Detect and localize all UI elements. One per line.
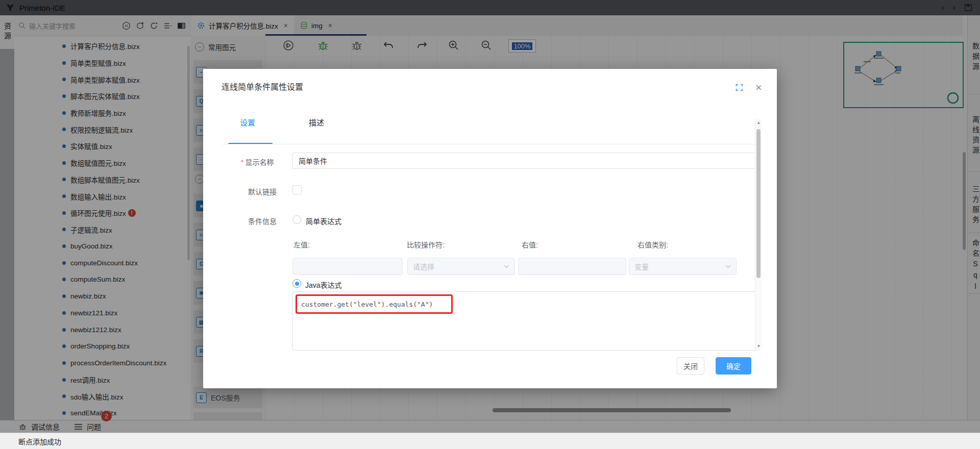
chevron-down-icon bbox=[725, 265, 731, 268]
scrollbar-thumb[interactable] bbox=[756, 129, 761, 278]
tab-settings[interactable]: 设置 bbox=[240, 117, 255, 128]
java-expression-editor[interactable]: customer.get("level").equals("A") bbox=[292, 291, 757, 351]
tab-description[interactable]: 描述 bbox=[309, 117, 324, 128]
right-type-header: 右值类别: bbox=[638, 239, 668, 250]
default-link-checkbox[interactable] bbox=[292, 185, 302, 194]
default-link-label: 默认链接 bbox=[248, 186, 277, 196]
java-expression-code: customer.get("level").equals("A") bbox=[301, 301, 433, 308]
link-condition-dialog: 连线简单条件属性设置 × 设置 描述 *显示名称 默认链接 条件信息 简单表达式… bbox=[203, 69, 777, 388]
operator-placeholder: 请选择 bbox=[413, 261, 434, 271]
scroll-up-icon[interactable]: ▲ bbox=[755, 120, 762, 125]
operator-header: 比较操作符: bbox=[407, 239, 445, 250]
expression-highlight-box: customer.get("level").equals("A") bbox=[296, 294, 453, 314]
display-name-label: *显示名称 bbox=[241, 157, 274, 167]
right-value-header: 右值: bbox=[522, 239, 538, 250]
right-value-field[interactable] bbox=[518, 258, 626, 275]
simple-expression-label: 简单表达式 bbox=[306, 216, 341, 226]
display-name-field[interactable] bbox=[292, 153, 757, 169]
left-value-header: 左值: bbox=[293, 239, 310, 250]
close-icon[interactable]: × bbox=[755, 81, 762, 94]
java-expression-radio[interactable] bbox=[292, 279, 301, 288]
status-message: 断点添加成功 bbox=[18, 436, 61, 446]
right-type-value: 变量 bbox=[634, 261, 649, 271]
simple-expression-radio[interactable] bbox=[292, 215, 301, 224]
dialog-scrollbar[interactable]: ▲ ▼ bbox=[755, 119, 762, 350]
operator-select[interactable]: 请选择 bbox=[407, 258, 515, 275]
close-button[interactable]: 关闭 bbox=[677, 357, 704, 375]
left-value-field[interactable] bbox=[292, 258, 403, 275]
scroll-down-icon[interactable]: ▼ bbox=[755, 344, 762, 348]
chevron-down-icon bbox=[504, 265, 509, 268]
dialog-title: 连线简单条件属性设置 bbox=[222, 80, 303, 92]
condition-info-label: 条件信息 bbox=[248, 216, 277, 226]
fullscreen-icon[interactable] bbox=[735, 83, 744, 92]
required-mark: * bbox=[241, 158, 243, 166]
confirm-button[interactable]: 确定 bbox=[716, 357, 751, 375]
right-type-select[interactable]: 变量 bbox=[629, 258, 737, 275]
app-window: Primeton-IDE ‹ › 资源 输入关键字搜索 AI bbox=[0, 0, 980, 449]
divider bbox=[222, 144, 758, 144]
java-expression-label: Java表达式 bbox=[305, 280, 342, 290]
status-bar: 断点添加成功 bbox=[0, 433, 980, 449]
